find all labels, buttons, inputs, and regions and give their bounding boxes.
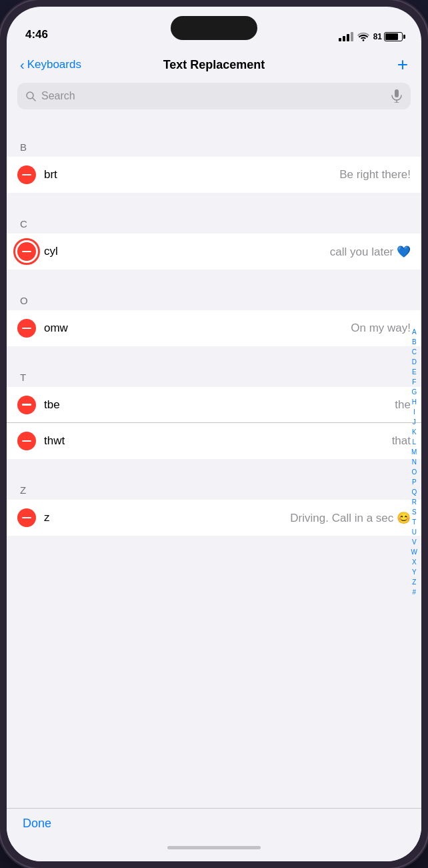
delete-button-z[interactable] (17, 508, 36, 527)
phrase-cyl: call you later 💙 (330, 245, 411, 259)
alpha-s[interactable]: S (411, 508, 417, 517)
list-section-c: cyl call you later 💙 (7, 234, 421, 270)
list-item[interactable]: thwt that (7, 423, 421, 459)
alpha-j[interactable]: J (411, 418, 417, 427)
back-label[interactable]: Keyboards (27, 58, 81, 71)
phrase-z: Driving. Call in a sec 😊 (290, 511, 411, 525)
list-section-z: z Driving. Call in a sec 😊 (7, 500, 421, 536)
list-item[interactable]: cyl call you later 💙 (7, 234, 421, 270)
delete-button-thwt[interactable] (17, 432, 36, 450)
shortcut-brt: brt (44, 168, 339, 181)
alpha-k[interactable]: K (411, 428, 417, 437)
chevron-left-icon: ‹ (20, 57, 25, 73)
phrase-tbe: the (395, 398, 411, 412)
alpha-e[interactable]: E (411, 368, 417, 377)
delete-button-omw[interactable] (17, 319, 36, 338)
svg-rect-2 (395, 89, 399, 97)
microphone-icon[interactable] (391, 89, 403, 103)
shortcut-cyl: cyl (44, 245, 330, 258)
alpha-u[interactable]: U (411, 528, 417, 537)
alpha-v[interactable]: V (411, 538, 417, 547)
alpha-c[interactable]: C (411, 348, 417, 357)
signal-icon (339, 32, 353, 41)
alpha-g[interactable]: G (411, 388, 417, 397)
alpha-a[interactable]: A (411, 328, 417, 337)
wifi-icon (357, 32, 369, 41)
shortcut-omw: omw (44, 322, 351, 335)
add-button[interactable]: + (397, 55, 408, 74)
phone-screen: 4:46 81 (7, 7, 421, 861)
nav-bar: ‹ Keyboards Text Replacement + (7, 47, 421, 83)
alpha-f[interactable]: F (411, 378, 417, 387)
status-time: 4:46 (25, 28, 48, 41)
status-icons: 81 (339, 32, 403, 41)
svg-line-1 (33, 98, 35, 101)
battery-indicator: 81 (373, 32, 403, 41)
list-item[interactable]: brt Be right there! (7, 157, 421, 193)
spacer-b (7, 116, 421, 129)
search-bar[interactable]: Search (17, 83, 411, 109)
bottom-padding (7, 536, 421, 562)
alpha-r[interactable]: R (411, 498, 417, 507)
home-indicator (167, 846, 261, 849)
section-header-b: B (7, 129, 421, 157)
battery-text: 81 (373, 32, 382, 41)
spacer-z (7, 459, 421, 472)
bottom-bar: Done (7, 808, 421, 861)
delete-button-brt[interactable] (17, 165, 36, 184)
alpha-i[interactable]: I (411, 408, 417, 417)
shortcut-z: z (44, 511, 290, 524)
list-section-t: tbe the thwt that (7, 387, 421, 459)
alpha-y[interactable]: Y (411, 568, 417, 577)
delete-button-tbe[interactable] (17, 396, 36, 414)
search-container: Search (17, 83, 411, 116)
delete-button-cyl[interactable] (17, 242, 36, 261)
section-header-c: C (7, 206, 421, 234)
section-header-o: O (7, 283, 421, 310)
list-item[interactable]: omw On my way! (7, 310, 421, 346)
spacer-o (7, 270, 421, 283)
list-section-b: brt Be right there! (7, 157, 421, 193)
alpha-h[interactable]: H (411, 398, 417, 407)
alpha-q[interactable]: Q (411, 488, 417, 497)
alpha-n[interactable]: N (411, 458, 417, 467)
alpha-b[interactable]: B (411, 338, 417, 347)
alpha-m[interactable]: M (411, 448, 417, 457)
section-header-z: Z (7, 472, 421, 500)
phrase-brt: Be right there! (339, 168, 411, 181)
content-area: B brt Be right there! C cyl call you lat… (7, 116, 421, 808)
alpha-p[interactable]: P (411, 478, 417, 487)
phrase-thwt: that (392, 434, 411, 448)
alpha-w[interactable]: W (411, 548, 417, 557)
alphabet-index: A B C D E F G H I J K L M N O P Q R S T … (411, 116, 417, 808)
battery-fill (385, 33, 398, 40)
alpha-hash[interactable]: # (411, 588, 417, 597)
alpha-l[interactable]: L (411, 438, 417, 447)
battery-icon (384, 32, 403, 41)
page-title: Text Replacement (163, 58, 265, 72)
list-item[interactable]: tbe the (7, 387, 421, 423)
shortcut-tbe: tbe (44, 398, 395, 412)
spacer-c (7, 193, 421, 206)
phrase-omw: On my way! (351, 322, 411, 335)
back-button[interactable]: ‹ Keyboards (20, 57, 81, 73)
alpha-t[interactable]: T (411, 518, 417, 527)
phone-frame: 4:46 81 (0, 0, 428, 868)
spacer-t (7, 346, 421, 360)
alpha-z[interactable]: Z (411, 578, 417, 587)
search-input[interactable]: Search (41, 90, 385, 102)
alpha-x[interactable]: X (411, 558, 417, 567)
done-button[interactable]: Done (23, 817, 51, 831)
search-icon (25, 91, 36, 101)
section-header-t: T (7, 360, 421, 387)
dynamic-island (171, 16, 257, 40)
shortcut-thwt: thwt (44, 434, 392, 448)
alpha-d[interactable]: D (411, 358, 417, 367)
alpha-o[interactable]: O (411, 468, 417, 477)
list-item[interactable]: z Driving. Call in a sec 😊 (7, 500, 421, 536)
list-section-o: omw On my way! (7, 310, 421, 346)
